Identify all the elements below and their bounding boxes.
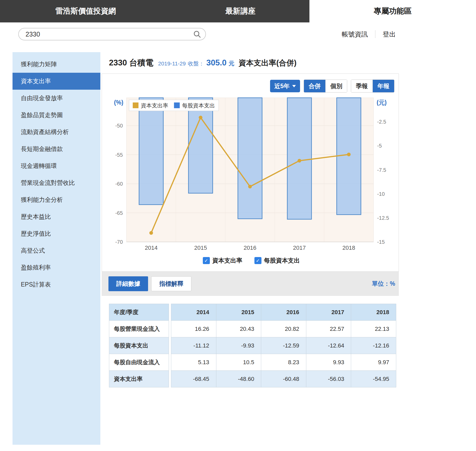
svg-text:-10: -10: [377, 191, 385, 197]
value-cell: -12.64: [306, 337, 351, 354]
value-cell: 22.57: [306, 321, 351, 337]
checkbox-checked-icon: ✓: [254, 257, 261, 264]
sidebar-item[interactable]: 資本支出率: [13, 73, 100, 90]
page: 雷浩斯價值投資網最新講座專屬功能區 帳號資訊 登出 獲利能力矩陣資本支出率自由現…: [0, 0, 476, 445]
individual-button[interactable]: 個別: [325, 80, 347, 92]
svg-text:(%): (%): [114, 99, 123, 106]
svg-text:-7.5: -7.5: [377, 167, 386, 173]
svg-text:資本支出率: 資本支出率: [141, 102, 168, 108]
top-nav: 雷浩斯價值投資網最新講座專屬功能區: [0, 0, 476, 22]
svg-text:-55: -55: [115, 152, 123, 158]
sidebar-item[interactable]: 獲利能力矩陣: [13, 56, 100, 73]
close-price: 305.0: [206, 58, 227, 68]
value-cell: 8.23: [261, 354, 306, 371]
row-label: 每股營業現金流入: [109, 321, 169, 337]
main-area: 2330 台積電 2019-11-29 收盤： 305.0 元 資本支出率(合併…: [100, 52, 399, 445]
detail-bar: 詳細數據 指標解釋 單位：%: [102, 272, 399, 296]
yearly-button[interactable]: 年報: [373, 80, 394, 92]
checkbox-label: 資本支出率: [212, 257, 242, 265]
sidebar-item[interactable]: 歷史淨值比: [13, 225, 100, 242]
line-point: [248, 185, 252, 188]
checkbox-label: 每股資本支出: [264, 257, 300, 265]
logout-link[interactable]: 登出: [383, 30, 396, 39]
svg-text:每股資本支出: 每股資本支出: [182, 102, 215, 108]
account-info-link[interactable]: 帳號資訊: [342, 30, 368, 39]
value-cell: -60.48: [261, 371, 306, 387]
value-cell: 5.13: [171, 354, 216, 371]
svg-text:-50: -50: [115, 123, 123, 129]
chart-controls: 近5年 合併 個別 季報 年報: [108, 80, 394, 93]
line-point: [199, 116, 202, 119]
chart-panel: 近5年 合併 個別 季報 年報 -50-55-60-65-70-2.5-5-7.…: [102, 74, 399, 272]
bar: [238, 98, 262, 219]
svg-text:-70: -70: [115, 239, 123, 245]
sidebar-item[interactable]: 營業現金流對營收比: [13, 174, 100, 191]
row-label: 資本支出率: [109, 371, 169, 387]
range-dropdown[interactable]: 近5年: [270, 80, 300, 92]
chevron-down-icon: [292, 85, 296, 87]
svg-text:-65: -65: [115, 210, 123, 216]
unit-label: 單位：%: [372, 280, 395, 288]
svg-text:-5: -5: [377, 143, 382, 149]
value-cell: 9.93: [306, 354, 351, 371]
nav-tab-2[interactable]: 最新講座: [171, 0, 309, 22]
bar: [287, 98, 312, 219]
value-cell: -12.59: [261, 337, 306, 354]
sidebar-item[interactable]: 高登公式: [13, 242, 100, 259]
svg-text:2015: 2015: [194, 245, 207, 251]
value-cell: -12.16: [351, 337, 396, 354]
close-label: 收盤：: [188, 60, 204, 67]
svg-text:2014: 2014: [145, 245, 157, 251]
sidebar: 獲利能力矩陣資本支出率自由現金發放率盈餘品質走勢圖流動資產結構分析長短期金融借款…: [13, 52, 100, 445]
sidebar-item[interactable]: 盈餘品質走勢圖: [13, 107, 100, 124]
svg-text:-2.5: -2.5: [377, 119, 386, 125]
sidebar-item[interactable]: 獲利能力全分析: [13, 191, 100, 208]
checkbox-checked-icon: ✓: [203, 257, 210, 264]
bar: [188, 98, 213, 193]
data-table: 年度/季度每股營業現金流入每股資本支出每股自由現金流入資本支出率 2014201…: [102, 296, 399, 398]
svg-text:-12.5: -12.5: [377, 215, 389, 221]
period-group: 季報 年報: [351, 80, 394, 93]
nav-tabs: 雷浩斯價值投資網最新講座專屬功能區: [0, 0, 476, 22]
year-header-cell: 2017: [306, 304, 351, 321]
merge-button[interactable]: 合併: [304, 80, 325, 92]
nav-tab-1[interactable]: 雷浩斯價值投資網: [0, 0, 171, 22]
stock-id: 2330: [109, 58, 127, 67]
svg-text:2017: 2017: [293, 245, 306, 251]
sidebar-item[interactable]: 現金週轉循環: [13, 157, 100, 174]
value-cell: -54.95: [351, 371, 396, 387]
value-cell: -48.60: [216, 371, 261, 387]
search-input-wrap: [18, 28, 206, 40]
year-header-cell: 2018: [351, 304, 396, 321]
chart-series-toggle[interactable]: ✓資本支出率: [203, 257, 242, 265]
detail-data-button[interactable]: 詳細數據: [108, 276, 148, 291]
svg-text:2018: 2018: [343, 245, 355, 251]
line-point: [149, 231, 153, 235]
year-header-cell: 2016: [261, 304, 306, 321]
search-input[interactable]: [26, 31, 193, 38]
bar: [139, 98, 163, 205]
sidebar-item[interactable]: 盈餘殖利率: [13, 259, 100, 276]
svg-text:-15: -15: [377, 239, 385, 245]
quarterly-button[interactable]: 季報: [351, 80, 373, 92]
sidebar-item[interactable]: 自由現金發放率: [13, 90, 100, 107]
value-cell: -11.12: [171, 337, 216, 354]
indicator-explain-button[interactable]: 指標解釋: [151, 276, 191, 291]
chart-series-toggle[interactable]: ✓每股資本支出: [254, 257, 300, 265]
sidebar-item[interactable]: 歷史本益比: [13, 208, 100, 225]
svg-text:2016: 2016: [243, 245, 256, 251]
metric-title: 資本支出率(合併): [239, 58, 296, 68]
row-label: 每股資本支出: [109, 337, 169, 354]
value-cell: 10.5: [216, 354, 261, 371]
year-header-cell: 2014: [171, 304, 216, 321]
value-cell: -9.93: [216, 337, 261, 354]
search-row: 帳號資訊 登出: [0, 22, 476, 46]
year-header-cell: 2015: [216, 304, 261, 321]
search-icon[interactable]: [193, 30, 201, 38]
value-cell: 9.97: [351, 354, 396, 371]
close-date: 2019-11-29: [158, 60, 186, 67]
sidebar-item[interactable]: 長短期金融借款: [13, 141, 100, 157]
sidebar-item[interactable]: EPS計算表: [13, 276, 100, 293]
nav-tab-3[interactable]: 專屬功能區: [309, 0, 476, 22]
sidebar-item[interactable]: 流動資產結構分析: [13, 124, 100, 141]
